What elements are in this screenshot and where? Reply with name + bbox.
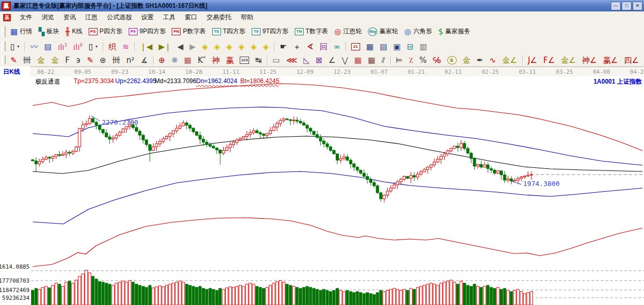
- percent-eq-button[interactable]: ℅: [430, 55, 443, 65]
- gold-angle-button[interactable]: 金∠: [500, 55, 519, 65]
- t-square-button[interactable]: TST四方形: [210, 26, 248, 37]
- shen-angle-button[interactable]: 神∠: [580, 55, 599, 65]
- t-number-table-button[interactable]: TNT数字表: [292, 26, 331, 37]
- notes-button[interactable]: ▤: [377, 42, 390, 52]
- si-angle-button[interactable]: 四∠: [621, 55, 641, 65]
- zoom-right-button[interactable]: ◈: [211, 42, 223, 52]
- sectors-button[interactable]: ▚板块: [36, 26, 62, 37]
- menu-资讯[interactable]: 资讯: [59, 12, 80, 23]
- menu-设置[interactable]: 设置: [136, 12, 158, 23]
- zoom-horizontal-button[interactable]: ◈: [224, 42, 235, 52]
- snowflake-button[interactable]: ❋: [169, 55, 181, 65]
- menu-交易委托[interactable]: 交易委托: [202, 12, 236, 23]
- bars-9-button[interactable]: ılı9: [71, 41, 85, 52]
- gold-angle-2-button[interactable]: 金∠: [558, 55, 578, 65]
- minimize-button[interactable]: —: [611, 2, 621, 10]
- winner-service-button[interactable]: $赢家服务: [435, 26, 473, 37]
- k-compare-button[interactable]: Κ″: [195, 55, 208, 65]
- angle-measure-button[interactable]: ∢: [305, 42, 317, 52]
- period-selector-button[interactable]: ▯▾: [8, 42, 22, 52]
- ying-ruler-button[interactable]: 赢: [223, 55, 236, 65]
- circle-ruler-button[interactable]: ⊛: [97, 55, 109, 65]
- pattern-tool-button[interactable]: 织: [106, 42, 119, 52]
- ying-angle-button[interactable]: 赢∠: [600, 55, 620, 65]
- knot-button[interactable]: ∞: [331, 42, 343, 52]
- volume-profile-button[interactable]: ≋: [120, 42, 132, 52]
- gold-ruler-2-button[interactable]: 金: [49, 55, 62, 65]
- red-grid-button[interactable]: ▦: [352, 55, 364, 65]
- zoom-vertical-button[interactable]: ◈: [236, 42, 248, 52]
- pan-hand-button[interactable]: ☛: [277, 42, 289, 52]
- quotes-button[interactable]: ▦行情: [8, 26, 35, 37]
- kline-button[interactable]: ╫K线: [63, 26, 85, 37]
- zoom-left-button[interactable]: ◈: [199, 42, 211, 52]
- 9t-square-button[interactable]: T99T四方形: [249, 26, 291, 37]
- fan-box-x-button[interactable]: ⊠: [313, 55, 325, 65]
- percent-line-button[interactable]: ٪: [406, 55, 416, 65]
- gold-circle-button[interactable]: 金: [445, 55, 459, 65]
- wave-cross-button[interactable]: ∿: [487, 55, 499, 65]
- f-angle-button[interactable]: F∠: [541, 55, 557, 65]
- calculator-button[interactable]: ▦: [364, 42, 376, 52]
- chart-grid-button[interactable]: ▦: [365, 55, 378, 65]
- price-scale-button[interactable]: ⊨: [393, 55, 405, 65]
- ink-pen-button[interactable]: ✒: [474, 55, 486, 65]
- shen-ruler-button[interactable]: 神: [209, 55, 222, 65]
- first-bar-button[interactable]: ❘◀: [138, 42, 155, 52]
- ruler-button[interactable]: 卌: [21, 55, 34, 65]
- crosshair-button[interactable]: ＋: [291, 42, 304, 52]
- close-button[interactable]: ✕: [633, 2, 642, 10]
- f-ruler-button[interactable]: F: [63, 55, 73, 65]
- candlestick-chart-canvas[interactable]: 1614.0885177708703118472469592362342270.…: [0, 76, 644, 305]
- bars-3-button[interactable]: ılı3: [55, 41, 70, 52]
- 9p-square-button[interactable]: P99P四方形: [126, 26, 169, 37]
- stamp-button[interactable]: 回: [317, 42, 330, 52]
- protractor-button[interactable]: ∡: [138, 55, 150, 65]
- prev-bar-button[interactable]: ◀: [175, 42, 186, 52]
- winner-wheel-button[interactable]: Big赢家轮: [365, 26, 401, 37]
- overlay-window-button[interactable]: 〰: [28, 42, 40, 52]
- v-lines-button[interactable]: ⋁: [339, 55, 350, 65]
- angle-lines-button[interactable]: ∠: [326, 55, 338, 65]
- save-button[interactable]: ▣: [391, 42, 403, 52]
- grid-target-button[interactable]: ▦: [182, 55, 194, 65]
- printer-button[interactable]: ▥: [417, 42, 430, 52]
- j-angle-button[interactable]: J∠: [525, 55, 540, 65]
- fan-box-button[interactable]: ◺: [301, 55, 312, 65]
- zoom-reset-button[interactable]: ◈: [261, 42, 272, 52]
- fan-lines-button[interactable]: ⋘: [284, 55, 300, 65]
- gold-ruler-1-button[interactable]: 金: [35, 55, 48, 65]
- menu-工具[interactable]: 工具: [158, 12, 180, 23]
- maximize-button[interactable]: □: [622, 2, 632, 10]
- p-number-table-button[interactable]: PNP数字表: [169, 26, 208, 37]
- parallel-lines-button[interactable]: ⫽: [379, 55, 388, 65]
- menu-帮助[interactable]: 帮助: [236, 12, 258, 23]
- last-bar-button[interactable]: ▶❘: [156, 42, 174, 52]
- gann-wheel-button[interactable]: ◎江恩轮: [332, 26, 364, 37]
- calendar-button[interactable]: 21: [349, 42, 363, 51]
- candle-style-button[interactable]: ▯▾: [86, 42, 100, 52]
- export-chart-button[interactable]: ⊟: [404, 42, 416, 52]
- menu-江恩[interactable]: 江恩: [80, 12, 102, 23]
- hexagon-button[interactable]: ◎六角形: [402, 26, 434, 37]
- info-panel-button[interactable]: ▤: [42, 42, 54, 52]
- gold-level-button[interactable]: 金: [460, 55, 473, 65]
- spiral-ruler-button[interactable]: ϶: [73, 55, 83, 65]
- menu-公式选股[interactable]: 公式选股: [102, 12, 136, 23]
- n2-ruler-button[interactable]: n²: [124, 55, 138, 65]
- percent-button[interactable]: %: [417, 55, 429, 65]
- date-axis-strip[interactable]: 08-2209-0509-2310-1410-2811-1111-2512-09…: [30, 67, 644, 77]
- compass-target-button[interactable]: ⊕: [156, 55, 168, 65]
- chart-area[interactable]: 极反通道 Tp=2375.3034Up=2262.4395Md=2133.709…: [0, 76, 644, 305]
- gann-box-button[interactable]: ▭: [270, 55, 282, 65]
- zoom-all-button[interactable]: ◈: [248, 42, 259, 52]
- plain-ruler-button[interactable]: 卌: [110, 55, 123, 65]
- menu-文件[interactable]: 文件: [15, 12, 37, 23]
- span-arrows-button[interactable]: ↹: [253, 55, 265, 65]
- red-pen-button[interactable]: ✎: [84, 55, 96, 65]
- p-square-button[interactable]: PSP四方形: [86, 26, 125, 37]
- menu-窗口[interactable]: 窗口: [180, 12, 202, 23]
- brush-button[interactable]: ✎: [8, 55, 20, 65]
- grid-123-button[interactable]: 123: [237, 56, 251, 65]
- menu-浏览[interactable]: 浏览: [37, 12, 59, 23]
